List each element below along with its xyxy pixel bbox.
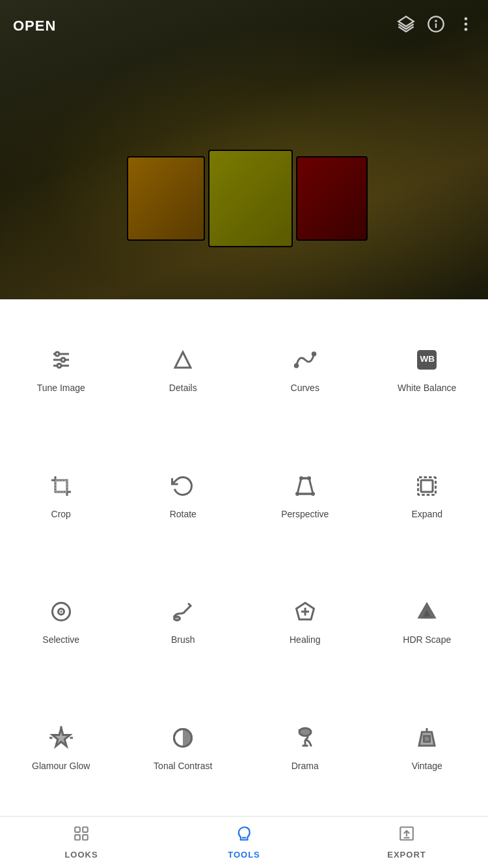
svg-marker-19 — [297, 478, 313, 494]
tool-tune-image[interactable]: Tune Image — [0, 306, 122, 432]
rotate-icon — [167, 470, 199, 502]
tool-glamour-glow[interactable]: Glamour Glow — [0, 684, 122, 810]
tool-hdr-scape[interactable]: HDR Scape — [366, 558, 489, 684]
expand-icon — [411, 470, 443, 502]
info-icon[interactable] — [427, 15, 445, 38]
svg-text:WB: WB — [420, 354, 435, 364]
tune-image-icon — [45, 344, 77, 376]
perspective-label: Perspective — [281, 509, 329, 520]
svg-point-11 — [61, 358, 65, 362]
svg-marker-13 — [175, 352, 191, 368]
nav-export[interactable]: EXPORT — [325, 825, 488, 860]
vintage-icon — [411, 722, 443, 754]
layers-icon[interactable] — [397, 15, 415, 38]
curves-icon — [289, 344, 321, 376]
svg-point-4 — [465, 17, 468, 20]
svg-point-22 — [295, 492, 299, 496]
details-label: Details — [169, 383, 197, 394]
svg-point-24 — [299, 476, 303, 480]
svg-rect-48 — [424, 736, 430, 742]
tools-nav-icon — [236, 825, 252, 846]
crop-label: Crop — [51, 509, 71, 520]
svg-rect-49 — [75, 827, 80, 832]
header-icons — [397, 15, 475, 38]
svg-point-31 — [174, 617, 180, 621]
healing-icon — [289, 595, 321, 628]
more-icon[interactable] — [457, 15, 475, 38]
white-balance-icon: WB — [411, 344, 443, 376]
expand-label: Expand — [412, 509, 442, 520]
svg-rect-52 — [83, 835, 88, 840]
export-icon — [398, 825, 415, 846]
tools-nav-label: TOOLS — [228, 850, 260, 860]
tool-white-balance[interactable]: WB White Balance — [366, 306, 489, 432]
svg-rect-50 — [83, 827, 88, 832]
svg-rect-27 — [421, 480, 433, 492]
nav-tools[interactable]: TOOLS — [163, 825, 325, 860]
svg-point-25 — [307, 476, 311, 480]
selective-icon — [45, 595, 77, 628]
svg-rect-51 — [75, 835, 80, 840]
rotate-label: Rotate — [170, 509, 197, 520]
header: OPEN — [0, 0, 488, 52]
svg-marker-37 — [52, 728, 70, 746]
hdr-scape-label: HDR Scape — [403, 634, 451, 645]
tool-vintage[interactable]: Vintage — [366, 684, 489, 810]
svg-rect-18 — [55, 480, 67, 492]
drama-icon — [289, 722, 321, 754]
svg-point-23 — [311, 492, 315, 496]
tool-tonal-contrast[interactable]: Tonal Contrast — [122, 684, 245, 810]
looks-icon — [73, 825, 90, 846]
white-balance-label: White Balance — [398, 383, 456, 394]
tool-crop[interactable]: Crop — [0, 432, 122, 558]
tool-drama[interactable]: Drama — [244, 684, 366, 810]
curves-label: Curves — [291, 383, 319, 394]
photo-content — [120, 143, 368, 273]
svg-point-15 — [312, 353, 316, 356]
drama-label: Drama — [291, 761, 319, 772]
hdr-scape-icon — [411, 595, 443, 628]
export-label: EXPORT — [387, 850, 426, 860]
crop-icon — [45, 470, 77, 502]
tune-image-label: Tune Image — [37, 383, 85, 394]
tool-perspective[interactable]: Perspective — [244, 432, 366, 558]
tool-healing[interactable]: Healing — [244, 558, 366, 684]
perspective-icon — [289, 470, 321, 502]
tool-rotate[interactable]: Rotate — [122, 432, 245, 558]
svg-point-43 — [299, 728, 311, 736]
tonal-contrast-label: Tonal Contrast — [154, 761, 212, 772]
selective-label: Selective — [42, 634, 79, 645]
details-icon — [167, 344, 199, 376]
svg-point-12 — [57, 364, 61, 368]
svg-point-14 — [295, 364, 298, 368]
glamour-glow-icon — [45, 722, 77, 754]
healing-label: Healing — [290, 634, 320, 645]
bottom-navigation: LOOKS TOOLS EXPORT — [0, 816, 488, 868]
svg-point-30 — [60, 611, 62, 613]
tonal-contrast-icon — [167, 722, 199, 754]
vintage-label: Vintage — [412, 761, 442, 772]
tool-details[interactable]: Details — [122, 306, 245, 432]
brush-label: Brush — [171, 634, 195, 645]
tool-curves[interactable]: Curves — [244, 306, 366, 432]
tool-selective[interactable]: Selective — [0, 558, 122, 684]
brush-icon — [167, 595, 199, 628]
open-button[interactable]: OPEN — [13, 18, 56, 34]
tool-expand[interactable]: Expand — [366, 432, 489, 558]
glamour-glow-label: Glamour Glow — [32, 761, 90, 772]
svg-point-10 — [55, 352, 59, 356]
nav-looks[interactable]: LOOKS — [0, 825, 163, 860]
tool-brush[interactable]: Brush — [122, 558, 245, 684]
svg-point-5 — [465, 22, 468, 25]
looks-label: LOOKS — [64, 850, 98, 860]
svg-point-6 — [465, 27, 468, 31]
tools-grid: Tune Image Details Curves WB Whit — [0, 299, 488, 816]
